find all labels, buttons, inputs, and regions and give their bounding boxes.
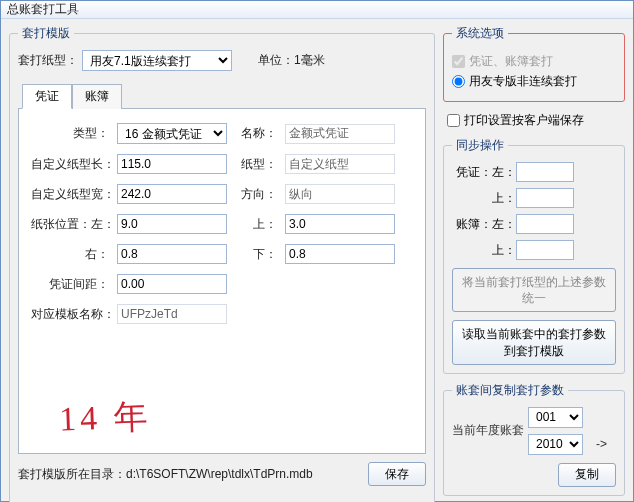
unit-label: 单位：1毫米 (258, 52, 325, 69)
radio-noncont-input[interactable] (452, 75, 465, 88)
ptype-label: 纸型： (233, 156, 279, 173)
tpl-label: 对应模板名称： (31, 306, 111, 323)
sync-v-top-field[interactable] (516, 188, 574, 208)
copy-label: 账套间复制套打参数 (452, 382, 568, 399)
chk-voucher-ledger-box (452, 55, 465, 68)
paper-row: 套打纸型： 用友7.1版连续套打 单位：1毫米 (18, 50, 426, 71)
type-label: 类型： (31, 125, 111, 142)
pos-left-label: 纸张位置：左： (31, 216, 111, 233)
name-label: 名称： (233, 125, 279, 142)
sync-l-top-label: 上： (492, 242, 516, 259)
unify-button[interactable]: 将当前套打纸型的上述参数统一 (452, 268, 616, 312)
radio-noncont[interactable]: 用友专版非连续套打 (452, 73, 616, 90)
right-column: 系统选项 凭证、账簿套打 用友专版非连续套打 打印设置按客户端保存 同步操作 凭… (443, 25, 625, 502)
titlebar: 总账套打工具 (1, 1, 633, 19)
template-group: 套打模版 套打纸型： 用友7.1版连续套打 单位：1毫米 凭证 账簿 类型： (9, 25, 435, 502)
chk-client-save-box[interactable] (447, 114, 460, 127)
right-field[interactable] (117, 244, 227, 264)
chk-client-save[interactable]: 打印设置按客户端保存 (447, 112, 623, 129)
copy-from-select[interactable]: 001 (528, 407, 583, 428)
form-grid: 类型： 16 金额式凭证 名称： 自定义纸型长： 纸型： 自定义纸型宽： 方向：… (31, 123, 413, 324)
copy-target-label: 当前年度账套 (452, 422, 524, 439)
pos-left-field[interactable] (117, 214, 227, 234)
copy-button[interactable]: 复制 (558, 463, 616, 487)
left-column: 套打模版 套打纸型： 用友7.1版连续套打 单位：1毫米 凭证 账簿 类型： (9, 25, 435, 502)
sync-l-left-field[interactable] (516, 214, 574, 234)
pos-top-label: 上： (233, 216, 279, 233)
hand-annotation: 14 年 (58, 393, 152, 442)
paper-label: 套打纸型： (18, 52, 78, 69)
path-text: 套打模版所在目录：d:\T6SOFT\ZW\rep\tdlx\TdPrn.mdb (18, 466, 362, 483)
read-button[interactable]: 读取当前账套中的套打参数到套打模版 (452, 320, 616, 364)
sync-l-top-field[interactable] (516, 240, 574, 260)
dir-label: 方向： (233, 186, 279, 203)
tabs: 凭证 账簿 (18, 83, 426, 109)
window: 总账套打工具 套打模版 套打纸型： 用友7.1版连续套打 单位：1毫米 凭证 账… (0, 0, 634, 502)
copy-to-select[interactable]: 2010 (528, 434, 583, 455)
gap-label: 凭证间距： (31, 276, 111, 293)
dir-field (285, 184, 395, 204)
custom-len-field[interactable] (117, 154, 227, 174)
paper-select[interactable]: 用友7.1版连续套打 (82, 50, 232, 71)
window-title: 总账套打工具 (7, 1, 79, 18)
client-area: 套打模版 套打纸型： 用友7.1版连续套打 单位：1毫米 凭证 账簿 类型： (1, 19, 633, 502)
sync-label: 同步操作 (452, 137, 508, 154)
sync-ledger-label: 账簿： (452, 216, 492, 233)
tab-voucher[interactable]: 凭证 (22, 84, 72, 109)
path-row: 套打模版所在目录：d:\T6SOFT\ZW\rep\tdlx\TdPrn.mdb… (18, 462, 426, 486)
sysopt-group: 系统选项 凭证、账簿套打 用友专版非连续套打 (443, 25, 625, 102)
template-group-label: 套打模版 (18, 25, 74, 42)
sync-v-left-field[interactable] (516, 162, 574, 182)
custom-wid-field[interactable] (117, 184, 227, 204)
sync-l-left-label: 左： (492, 216, 516, 233)
sync-group: 同步操作 凭证： 左： 上： 账簿： 左： 上： 将当前套打纸型的上述参数统一 (443, 137, 625, 374)
bottom-label: 下： (233, 246, 279, 263)
sync-v-left-label: 左： (492, 164, 516, 181)
custom-len-label: 自定义纸型长： (31, 156, 111, 173)
copy-grid: 001 当前年度账套 2010 -> (452, 407, 616, 455)
gap-field[interactable] (117, 274, 227, 294)
save-button[interactable]: 保存 (368, 462, 426, 486)
pos-top-field[interactable] (285, 214, 395, 234)
copy-group: 账套间复制套打参数 001 当前年度账套 2010 -> 复制 (443, 382, 625, 496)
sync-voucher-label: 凭证： (452, 164, 492, 181)
chk-voucher-ledger: 凭证、账簿套打 (452, 53, 616, 70)
name-field (285, 124, 395, 144)
right-label: 右： (31, 246, 111, 263)
type-select[interactable]: 16 金额式凭证 (117, 123, 227, 144)
custom-wid-label: 自定义纸型宽： (31, 186, 111, 203)
sysopt-label: 系统选项 (452, 25, 508, 42)
tpl-field (117, 304, 227, 324)
tab-ledger[interactable]: 账簿 (72, 84, 122, 109)
bottom-field[interactable] (285, 244, 395, 264)
sync-v-top-label: 上： (492, 190, 516, 207)
tabpanel-voucher: 类型： 16 金额式凭证 名称： 自定义纸型长： 纸型： 自定义纸型宽： 方向：… (18, 109, 426, 454)
ptype-field (285, 154, 395, 174)
arrow-icon: -> (587, 437, 616, 451)
sync-grid: 凭证： 左： 上： 账簿： 左： 上： (452, 162, 616, 260)
